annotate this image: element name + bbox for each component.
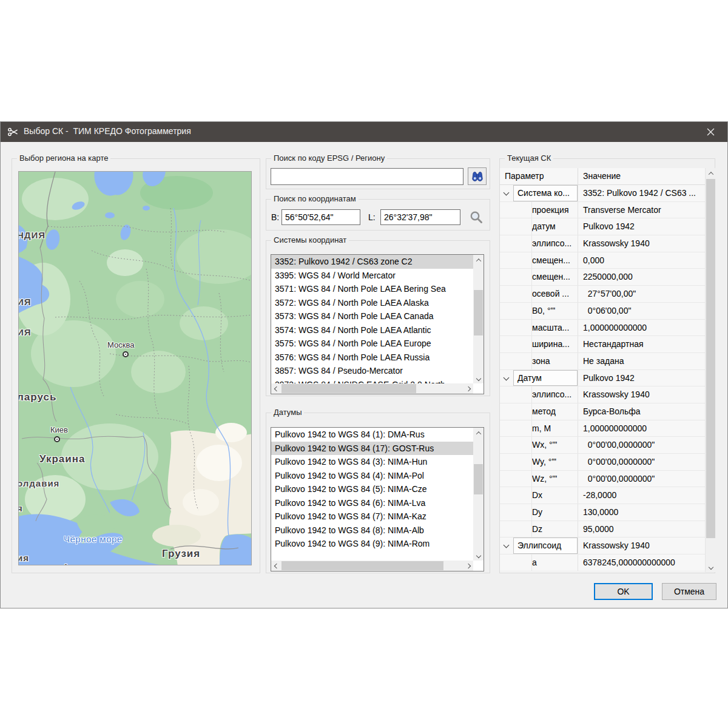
- scroll-up-icon[interactable]: [473, 428, 484, 438]
- param-row[interactable]: осевой ... 27°57'00,00": [500, 286, 705, 303]
- list-item[interactable]: 3352: Pulkovo 1942 / CS63 zone C2: [271, 255, 473, 269]
- value-column-header[interactable]: Значение: [578, 168, 705, 184]
- datums-hscroll-thumb[interactable]: [281, 561, 443, 570]
- param-row[interactable]: методБурса-Вольфа: [500, 403, 705, 420]
- scroll-right-icon[interactable]: [463, 383, 473, 394]
- b-coordinate-input[interactable]: [281, 209, 360, 225]
- datums-vertical-scrollbar[interactable]: [473, 428, 484, 561]
- param-row[interactable]: эллипсо...Krassowsky 1940: [500, 235, 705, 252]
- map-group-label: Выбор региона на карте: [17, 153, 110, 163]
- scroll-up-icon[interactable]: [706, 168, 715, 178]
- list-item[interactable]: 3573: WGS 84 / North Pole LAEA Canada: [271, 309, 473, 323]
- value-cell: 0°00'00,0000000": [578, 471, 705, 487]
- param-row[interactable]: a6378245,000000000000: [500, 554, 705, 571]
- value-cell: 2250000,000: [578, 269, 705, 285]
- param-row[interactable]: Wx, °'" 0°00'00,0000000": [500, 437, 705, 454]
- epsg-search-input[interactable]: [271, 168, 463, 185]
- list-item[interactable]: 3575: WGS 84 / North Pole LAEA Europe: [271, 337, 473, 351]
- scroll-right-icon[interactable]: [463, 561, 473, 571]
- param-row[interactable]: B0, °'" 0°06'00,00": [500, 303, 705, 320]
- map-canvas[interactable]: НДИЯИЯИЯМоскваларусьКиевУкраинаолдавияяЧ…: [18, 171, 252, 565]
- param-row[interactable]: смещен...0,000: [500, 252, 705, 269]
- param-cell: Wx, °'": [500, 437, 578, 453]
- list-item[interactable]: Pulkovo 1942 to WGS 84 (17): GOST-Rus: [271, 442, 473, 456]
- binoculars-search-button[interactable]: [468, 167, 487, 185]
- param-row[interactable]: эллипсо...Krassowsky 1940: [500, 386, 705, 403]
- list-item[interactable]: Pulkovo 1942 to WGS 84 (9): NIMA-Rom: [271, 537, 473, 551]
- value-cell: Krassowsky 1940: [578, 386, 705, 403]
- cancel-button[interactable]: Отмена: [662, 583, 716, 600]
- cs-hscroll-thumb[interactable]: [281, 384, 416, 393]
- list-item[interactable]: Pulkovo 1942 to WGS 84 (1): DMA-Rus: [271, 428, 473, 442]
- list-item[interactable]: Pulkovo 1942 to WGS 84 (7): NIMA-Kaz: [271, 510, 473, 524]
- map-label: Чёрное море: [64, 534, 123, 544]
- param-cell: смещен...: [500, 252, 578, 269]
- param-cell: a: [500, 554, 578, 571]
- param-row[interactable]: ДатумPulkovo 1942: [500, 370, 705, 387]
- param-row[interactable]: Dx-28,0000: [500, 487, 705, 504]
- ok-button[interactable]: OK: [594, 583, 653, 600]
- cs-vertical-scrollbar[interactable]: [473, 255, 484, 383]
- list-item[interactable]: Pulkovo 1942 to WGS 84 (5): NIMA-Cze: [271, 482, 473, 496]
- scroll-left-icon[interactable]: [271, 561, 281, 571]
- table-vertical-scrollbar[interactable]: [705, 168, 715, 572]
- scroll-up-icon[interactable]: [473, 255, 484, 265]
- param-cell: осевой ...: [500, 286, 578, 302]
- param-row[interactable]: смещен...2250000,000: [500, 269, 705, 286]
- magnifier-search-button[interactable]: [469, 210, 484, 227]
- param-row[interactable]: Dz95,0000: [500, 521, 705, 538]
- datums-listbox[interactable]: Pulkovo 1942 to WGS 84 (1): DMA-RusPulko…: [271, 427, 484, 571]
- table-vscroll-thumb[interactable]: [706, 179, 715, 538]
- titlebar[interactable]: Выбор СК - ТИМ КРЕДО Фотограмметрия: [1, 122, 727, 142]
- param-row[interactable]: датумPulkovo 1942: [500, 218, 705, 235]
- coordinate-systems-listbox[interactable]: 3352: Pulkovo 1942 / CS63 zone C23395: W…: [271, 254, 484, 394]
- list-item[interactable]: Pulkovo 1942 to WGS 84 (4): NIMA-Pol: [271, 469, 473, 483]
- datums-horizontal-scrollbar[interactable]: [271, 561, 473, 571]
- scroll-left-icon[interactable]: [271, 383, 281, 394]
- datums-vscroll-thumb[interactable]: [474, 464, 483, 494]
- value-cell: Krassowsky 1940: [578, 538, 705, 554]
- l-coordinate-input[interactable]: [380, 209, 460, 225]
- cs-vscroll-thumb[interactable]: [474, 290, 483, 335]
- param-row[interactable]: Система ко...3352: Pulkovo 1942 / CS63 .…: [500, 185, 705, 202]
- map-label: ларусь: [19, 391, 56, 403]
- param-row[interactable]: зонаНе задана: [500, 353, 705, 370]
- scroll-down-icon[interactable]: [473, 550, 484, 561]
- map-labels-layer: НДИЯИЯИЯМоскваларусьКиевУкраинаолдавияяЧ…: [19, 172, 252, 565]
- value-cell: Krassowsky 1940: [578, 235, 705, 252]
- param-row[interactable]: проекцияTransverse Mercator: [500, 202, 705, 219]
- map-label: ИЯ: [19, 297, 32, 307]
- param-row[interactable]: ширина...Нестандартная: [500, 336, 705, 353]
- param-cell: датум: [500, 218, 578, 235]
- list-item[interactable]: 3572: WGS 84 / North Pole LAEA Alaska: [271, 296, 473, 310]
- param-row[interactable]: m, M1,000000000000: [500, 420, 705, 437]
- list-item[interactable]: 3571: WGS 84 / North Pole LAEA Bering Se…: [271, 282, 473, 296]
- scroll-down-icon[interactable]: [473, 373, 484, 383]
- param-column-header[interactable]: Параметр: [500, 168, 578, 184]
- list-item[interactable]: 3576: WGS 84 / North Pole LAEA Russia: [271, 351, 473, 365]
- list-item[interactable]: Pulkovo 1942 to WGS 84 (8): NIMA-Alb: [271, 524, 473, 538]
- cs-horizontal-scrollbar[interactable]: [271, 383, 473, 394]
- param-row[interactable]: ЭллипсоидKrassowsky 1940: [500, 538, 705, 554]
- list-item[interactable]: Pulkovo 1942 to WGS 84 (6): NIMA-Lva: [271, 496, 473, 510]
- param-row[interactable]: Dy130,0000: [500, 504, 705, 521]
- binoculars-icon: [470, 170, 485, 183]
- value-cell: 0°00'00,0000000": [578, 437, 705, 453]
- param-cell: зона: [500, 353, 578, 369]
- param-row[interactable]: масшта...1,000000000000: [500, 320, 705, 337]
- value-cell: Не задана: [578, 353, 705, 369]
- map-label: Киев: [50, 425, 68, 434]
- param-row[interactable]: Wy, °'" 0°00'00,0000000": [500, 454, 705, 471]
- b-label: B:: [271, 212, 279, 222]
- list-item[interactable]: 3574: WGS 84 / North Pole LAEA Atlantic: [271, 323, 473, 337]
- param-row[interactable]: Wz, °'" 0°00'00,0000000": [500, 471, 705, 488]
- coord-search-label: Поиск по координатам: [271, 194, 359, 203]
- list-item[interactable]: 3973: WGS 84 / NSIDC EASE-Grid 2.0 North: [271, 378, 473, 384]
- city-dot: [54, 436, 60, 442]
- close-icon[interactable]: [698, 122, 723, 142]
- scroll-down-icon[interactable]: [706, 562, 715, 572]
- list-item[interactable]: 3857: WGS 84 / Pseudo-Mercator: [271, 364, 473, 378]
- list-item[interactable]: Pulkovo 1942 to WGS 84 (3): NIMA-Hun: [271, 455, 473, 469]
- list-item[interactable]: 3395: WGS 84 / World Mercator: [271, 269, 473, 283]
- param-cell: Dz: [500, 521, 578, 538]
